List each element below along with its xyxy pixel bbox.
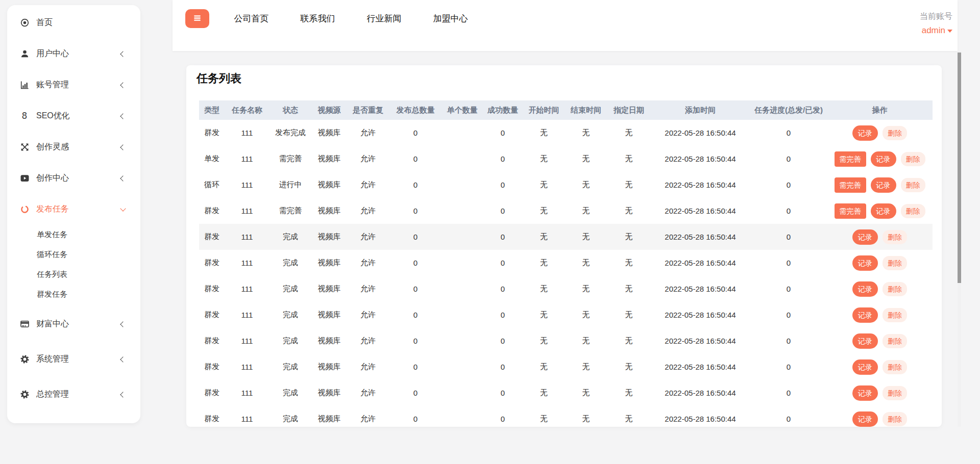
delete-button[interactable]: 删除 [883,412,907,426]
record-button[interactable]: 记录 [871,151,896,167]
table-cell: 无 [565,206,607,216]
record-button[interactable]: 记录 [871,177,896,193]
table-cell: 需完善 [270,206,311,216]
sidebar-item-log-manage[interactable]: 日志管理 [7,414,140,423]
hamburger-button[interactable] [185,9,209,28]
table-cell: 允许 [347,180,389,190]
table-cell: 111 [225,154,270,163]
table-cell: 无 [523,206,565,216]
table-cell: 0 [389,285,442,293]
delete-button[interactable]: 删除 [883,230,907,244]
sidebar-subitem-loop-task[interactable]: 循环任务 [7,245,140,265]
delete-button[interactable]: 删除 [883,360,907,374]
record-button[interactable]: 记录 [871,203,896,219]
seo-icon: 8 [19,112,30,120]
table-cell: 0 [389,154,442,163]
need-complete-button[interactable]: 需完善 [835,203,866,219]
header-cell: 任务进度(总发/已发) [750,106,827,115]
sidebar-item-home[interactable]: 首页 [7,7,140,38]
sidebar-item-wealth-center[interactable]: 财富中心 [7,308,140,340]
table-cell: 111 [225,389,270,397]
record-button[interactable]: 记录 [852,229,878,245]
header-cell: 添加时间 [650,106,750,115]
table-cell: 0 [750,337,827,345]
table-cell: 111 [225,207,270,215]
sidebar-item-creation-center[interactable]: 创作中心 [7,163,140,194]
table-cell: 无 [607,284,650,294]
record-button[interactable]: 记录 [852,385,878,401]
table-row: 群发111完成视频库允许00无无无2022-05-28 16:50:440记录删… [199,328,933,354]
account-label: 当前账号 [920,11,952,22]
table-cell: 0 [389,311,442,319]
table-cell: 允许 [347,154,389,164]
table-cell: 无 [565,284,607,294]
table-row: 循环111进行中视频库允许00无无无2022-05-28 16:50:440需完… [199,172,933,198]
table-cell: 完成 [270,284,311,294]
table-cell: 0 [482,415,523,423]
account-dropdown[interactable]: admin [922,25,952,36]
nav-link-company-home[interactable]: 公司首页 [233,13,270,24]
sidebar-subitem-single-task[interactable]: 单发任务 [7,225,140,245]
nav-link-franchise-center[interactable]: 加盟中心 [432,13,469,24]
table-cell: 视频库 [311,258,347,268]
table-cell: 0 [482,311,523,319]
sidebar-item-account-manage[interactable]: 账号管理 [7,69,140,100]
table-cell: 无 [523,310,565,320]
delete-button[interactable]: 删除 [883,256,907,270]
delete-button[interactable]: 删除 [883,334,907,348]
sidebar-item-master-control[interactable]: 总控管理 [7,379,140,410]
top-header: 公司首页联系我们行业新闻加盟中心 当前账号 admin [173,0,958,51]
sidebar-item-user-center[interactable]: 用户中心 [7,38,140,69]
caret-down-icon [947,30,952,33]
table-cell: 0 [389,207,442,215]
sidebar-subitem-group-task[interactable]: 群发任务 [7,285,140,304]
sidebar-item-label: 财富中心 [36,319,121,329]
header-cell: 操作 [827,106,933,115]
task-list-card: 任务列表 类型任务名称状态视频源是否重复发布总数量单个数量成功数量开始时间结束时… [186,65,942,427]
table-cell: 视频库 [311,310,347,320]
scrollbar[interactable] [958,51,961,427]
table-cell: 允许 [347,362,389,372]
delete-button[interactable]: 删除 [901,152,925,166]
sidebar-item-inspiration[interactable]: 创作灵感 [7,132,140,163]
table-cell: 0 [750,415,827,423]
record-button[interactable]: 记录 [852,333,878,349]
sidebar-subitem-task-list[interactable]: 任务列表 [7,265,140,285]
table-cell: 无 [565,154,607,164]
record-button[interactable]: 记录 [852,125,878,141]
delete-button[interactable]: 删除 [883,386,907,400]
sidebar-item-seo[interactable]: 8SEO优化 [7,100,140,132]
record-button[interactable]: 记录 [852,255,878,271]
header-cell: 类型 [199,106,225,115]
circle-icon [19,205,30,214]
record-button[interactable]: 记录 [852,411,878,427]
chevron-left-icon [120,144,126,150]
delete-button[interactable]: 删除 [901,178,925,192]
sidebar-item-system-manage[interactable]: 系统管理 [7,344,140,375]
delete-button[interactable]: 删除 [883,308,907,322]
delete-button[interactable]: 删除 [901,204,925,218]
table-cell: 无 [523,414,565,424]
table-cell: 视频库 [311,128,347,138]
table-cell: 群发 [199,284,225,294]
table-cell: 完成 [270,258,311,268]
nav-link-contact-us[interactable]: 联系我们 [299,13,336,24]
table-cell: 允许 [347,206,389,216]
nav-link-industry-news[interactable]: 行业新闻 [365,13,403,24]
need-complete-button[interactable]: 需完善 [835,177,866,193]
record-button[interactable]: 记录 [852,281,878,297]
record-button[interactable]: 记录 [852,359,878,375]
record-button[interactable]: 记录 [852,307,878,323]
table-row: 单发111需完善视频库允许00无无无2022-05-28 16:50:440需完… [199,146,933,172]
need-complete-button[interactable]: 需完善 [835,151,866,167]
actions-cell: 需完善记录删除 [827,151,933,167]
delete-button[interactable]: 删除 [883,126,907,140]
delete-button[interactable]: 删除 [883,282,907,296]
table-cell: 无 [607,180,650,190]
actions-cell: 记录删除 [827,125,933,141]
sidebar-item-label: 首页 [36,17,125,28]
header-cell: 任务名称 [225,106,270,115]
sidebar-item-publish-tasks[interactable]: 发布任务 [7,194,140,225]
table-cell: 111 [225,337,270,345]
scrollbar-thumb[interactable] [958,53,961,283]
